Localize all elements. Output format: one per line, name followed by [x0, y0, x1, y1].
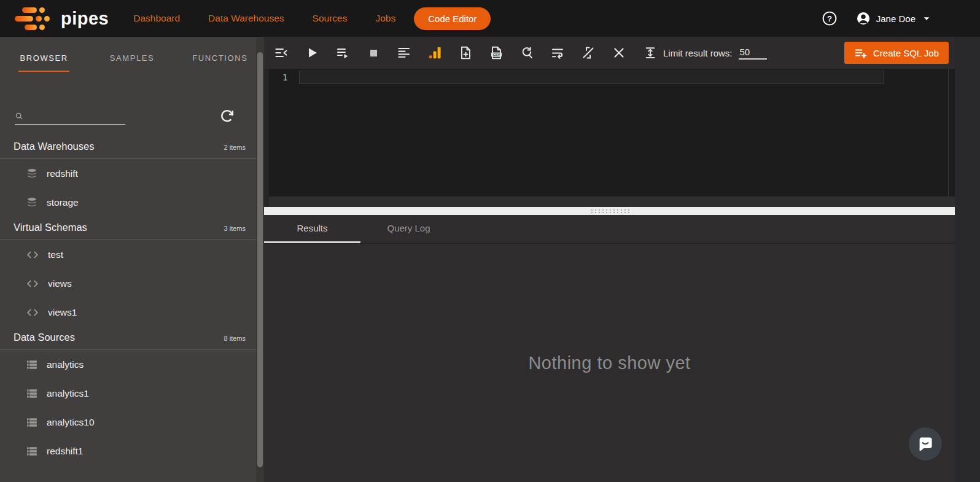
code-editor-button[interactable]: Code Editor	[414, 7, 491, 30]
schema-item-views1[interactable]: views1	[0, 298, 264, 327]
stop-button[interactable]	[366, 45, 381, 60]
database-icon	[26, 168, 38, 180]
stop-icon	[366, 45, 381, 60]
hide-browser-button[interactable]	[274, 45, 289, 60]
export-csv-button[interactable]: CSV	[489, 45, 504, 60]
limit-rows-icon	[644, 46, 657, 60]
new-file-button[interactable]	[458, 45, 473, 60]
limit-rows-input[interactable]	[739, 47, 767, 60]
section-data-sources: Data Sources 8 items analytics	[0, 332, 264, 465]
item-label: analytics1	[47, 388, 89, 399]
user-menu[interactable]: Jane Doe	[856, 11, 932, 26]
tab-functions[interactable]: FUNCTIONS	[176, 53, 264, 72]
search-field[interactable]	[15, 111, 125, 125]
word-wrap-button[interactable]	[550, 45, 565, 60]
editor-hscroll-area	[269, 196, 955, 207]
sql-editor[interactable]: 1	[264, 69, 955, 207]
pipes-logo-icon	[15, 7, 53, 30]
tab-samples[interactable]: SAMPLES	[88, 53, 176, 72]
item-label: analytics	[47, 359, 84, 370]
search-icon	[15, 112, 23, 120]
schema-item-views[interactable]: views	[0, 269, 264, 298]
panel-splitter[interactable]	[264, 207, 955, 215]
results-tabbar: Results Query Log	[264, 215, 955, 244]
results-panel: Nothing to show yet	[264, 244, 955, 482]
editor-active-line[interactable]	[299, 71, 884, 84]
section-data-warehouses: Data Warehouses 2 items redshift	[0, 141, 264, 217]
nav-jobs[interactable]: Jobs	[375, 13, 395, 24]
tab-browser[interactable]: BROWSER	[0, 53, 88, 72]
create-sql-job-button[interactable]: Create SQL Job	[844, 42, 949, 64]
no-word-wrap-button[interactable]	[581, 45, 596, 60]
user-name: Jane Doe	[876, 14, 916, 24]
nav-data-warehouses[interactable]: Data Warehouses	[208, 13, 284, 24]
refresh-icon	[219, 107, 236, 125]
warehouse-item-redshift[interactable]: redshift	[0, 159, 264, 188]
clear-icon	[612, 45, 626, 60]
section-title: Virtual Schemas	[14, 222, 87, 233]
refresh-browser-button[interactable]	[219, 107, 236, 125]
item-label: analytics10	[47, 417, 95, 428]
format-sql-button[interactable]	[397, 45, 411, 60]
avatar-icon	[856, 11, 871, 26]
data-source-icon	[26, 416, 38, 429]
source-item-analytics1[interactable]: analytics1	[0, 379, 264, 408]
section-count: 8 items	[224, 335, 246, 342]
database-icon	[26, 196, 38, 209]
search-input[interactable]	[27, 111, 119, 120]
refresh-search-button[interactable]	[519, 45, 534, 60]
section-virtual-schemas: Virtual Schemas 3 items test views views…	[0, 222, 264, 327]
word-wrap-icon	[550, 45, 565, 60]
item-label: test	[48, 249, 63, 260]
run-selection-button[interactable]	[335, 45, 350, 60]
export-csv-icon: CSV	[489, 45, 504, 60]
limit-rows-group: Limit result rows:	[644, 46, 767, 60]
limit-rows-label: Limit result rows:	[663, 48, 733, 58]
source-item-analytics10[interactable]: analytics10	[0, 408, 264, 437]
splitter-drag-handle-icon[interactable]	[590, 209, 629, 214]
schema-item-test[interactable]: test	[0, 240, 264, 269]
source-item-analytics[interactable]: analytics	[0, 350, 264, 379]
sidebar-search-row	[15, 107, 249, 125]
tab-results[interactable]: Results	[264, 215, 360, 243]
visualize-button[interactable]	[427, 45, 442, 60]
section-title: Data Warehouses	[14, 141, 94, 152]
run-button[interactable]	[305, 45, 319, 60]
source-item-redshift1[interactable]: redshift1	[0, 437, 264, 465]
clear-editor-button[interactable]	[612, 45, 626, 60]
run-selection-icon	[335, 45, 350, 60]
data-source-icon	[26, 387, 38, 400]
empty-results-message: Nothing to show yet	[528, 353, 690, 373]
line-number: 1	[282, 72, 287, 82]
warehouse-item-storage[interactable]: storage	[0, 188, 264, 217]
svg-text:CSV: CSV	[493, 53, 500, 56]
help-icon: ?	[822, 10, 838, 26]
tab-query-log[interactable]: Query Log	[360, 215, 457, 243]
sidebar-scrollbar-thumb[interactable]	[257, 52, 263, 467]
sidebar-tabs: BROWSER SAMPLES FUNCTIONS	[0, 37, 264, 72]
app-logo: pipes	[15, 7, 109, 30]
section-count: 3 items	[224, 225, 246, 232]
chevron-down-icon	[921, 13, 932, 24]
nav-dashboard[interactable]: Dashboard	[133, 13, 180, 24]
editor-toolbar: CSV	[264, 37, 955, 69]
editor-scrollbar-track	[948, 69, 949, 196]
browser-sidebar: BROWSER SAMPLES FUNCTIONS Data Warehouse…	[0, 37, 264, 482]
code-icon	[26, 306, 39, 319]
brand-name: pipes	[61, 9, 109, 29]
code-editor-panel: CSV	[264, 37, 955, 482]
item-label: redshift1	[47, 446, 83, 457]
item-label: redshift	[47, 168, 78, 179]
data-source-icon	[26, 359, 38, 371]
format-icon	[397, 45, 411, 60]
support-chat-button[interactable]	[909, 427, 942, 461]
hide-browser-icon	[274, 45, 289, 60]
no-word-wrap-icon	[581, 45, 596, 60]
chat-bubble-icon	[916, 435, 935, 453]
item-label: views1	[48, 307, 77, 318]
editor-left-gutter	[264, 69, 269, 207]
nav-sources[interactable]: Sources	[313, 13, 348, 24]
help-button[interactable]: ?	[822, 10, 838, 26]
create-job-icon	[854, 46, 868, 60]
run-icon	[305, 45, 319, 60]
